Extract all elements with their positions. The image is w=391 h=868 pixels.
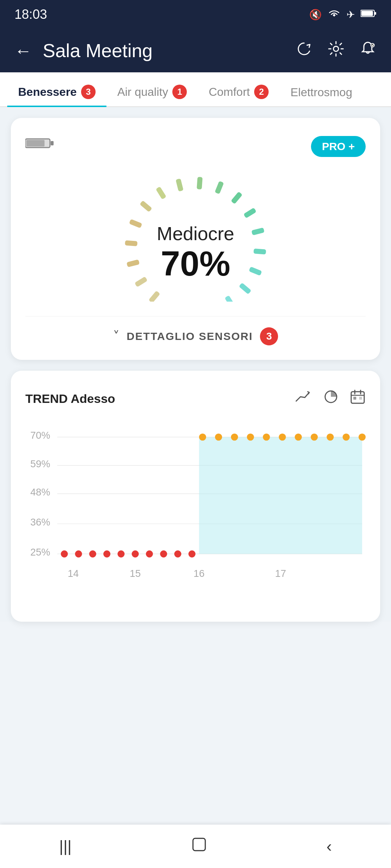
svg-rect-18 <box>231 191 243 204</box>
tab-comfort[interactable]: Comfort 2 <box>198 85 279 106</box>
svg-point-63 <box>279 434 286 441</box>
gauge-visual: Mediocre 70% <box>94 164 297 309</box>
detail-sensors-label: DETTAGLIO SENSORI <box>127 330 253 342</box>
tab-elettrosmog[interactable]: Elettrosmog <box>279 86 363 106</box>
svg-text:Mediocre: Mediocre <box>157 223 234 244</box>
svg-rect-69 <box>193 838 205 851</box>
tab-air-quality[interactable]: Air quality 1 <box>106 85 198 106</box>
refresh-button[interactable] <box>295 40 313 61</box>
pro-badge[interactable]: PRO + <box>311 136 366 157</box>
main-content: PRO + <box>0 107 391 622</box>
svg-rect-23 <box>239 282 251 294</box>
svg-point-68 <box>358 434 366 441</box>
svg-text:59%: 59% <box>30 458 50 469</box>
svg-point-52 <box>118 550 125 558</box>
svg-rect-19 <box>243 208 256 218</box>
svg-point-48 <box>61 550 68 558</box>
svg-text:48%: 48% <box>30 486 50 498</box>
tabs: Benessere 3 Air quality 1 Comfort 2 Elet… <box>0 72 391 107</box>
svg-rect-7 <box>51 141 54 145</box>
svg-text:25%: 25% <box>30 547 50 558</box>
svg-point-51 <box>103 550 110 558</box>
back-nav-button[interactable]: ‹ <box>327 837 332 855</box>
bottom-nav: ||| ‹ <box>0 825 391 868</box>
svg-point-3 <box>333 46 339 51</box>
detail-sensors[interactable]: ˅ DETTAGLIO SENSORI 3 <box>25 316 366 345</box>
tab-air-quality-badge: 1 <box>172 85 187 99</box>
svg-rect-6 <box>26 140 45 146</box>
wifi-icon <box>328 8 341 21</box>
svg-rect-2 <box>375 12 376 15</box>
gauge-card-header: PRO + <box>25 136 366 157</box>
detail-sensors-badge: 3 <box>260 327 278 345</box>
settings-button[interactable] <box>327 40 345 61</box>
gauge-card: PRO + <box>11 118 380 360</box>
svg-rect-10 <box>126 259 139 267</box>
svg-point-57 <box>188 550 196 558</box>
svg-rect-28 <box>351 392 364 403</box>
svg-rect-22 <box>249 267 262 276</box>
svg-rect-8 <box>148 290 160 302</box>
svg-point-49 <box>75 550 82 558</box>
back-button[interactable]: ← <box>14 41 32 61</box>
svg-rect-12 <box>129 219 142 228</box>
trend-prefix: TREND <box>25 392 71 405</box>
svg-point-65 <box>311 434 318 441</box>
svg-point-53 <box>132 550 139 558</box>
airplane-icon: ✈ <box>346 9 355 21</box>
svg-rect-14 <box>156 186 167 199</box>
svg-point-61 <box>247 434 254 441</box>
trend-title: TREND Adesso <box>25 392 115 406</box>
header: ← Sala Meeting <box>0 29 391 72</box>
tab-elettrosmog-label: Elettrosmog <box>290 86 352 99</box>
recent-apps-button[interactable]: ||| <box>59 837 72 855</box>
svg-text:36%: 36% <box>30 516 50 528</box>
svg-rect-16 <box>197 177 202 190</box>
notification-settings-button[interactable] <box>359 40 377 61</box>
status-icons: 🔇 ✈ <box>309 8 377 21</box>
tab-comfort-badge: 2 <box>254 85 269 99</box>
svg-point-60 <box>231 434 238 441</box>
chevron-down-icon: ˅ <box>113 329 119 344</box>
calendar-chart-icon[interactable] <box>350 389 366 408</box>
svg-rect-9 <box>134 276 147 287</box>
svg-point-54 <box>146 550 153 558</box>
pie-chart-icon[interactable] <box>323 389 339 408</box>
svg-rect-15 <box>176 178 184 191</box>
svg-rect-20 <box>251 227 264 235</box>
svg-rect-13 <box>139 200 152 212</box>
trend-suffix: Adesso <box>71 392 115 405</box>
svg-text:16: 16 <box>194 568 205 579</box>
tab-benessere-label: Benessere <box>18 85 77 99</box>
svg-rect-32 <box>353 397 356 400</box>
tab-comfort-label: Comfort <box>209 85 250 99</box>
svg-rect-17 <box>215 181 224 194</box>
svg-point-64 <box>295 434 302 441</box>
header-actions <box>295 40 377 61</box>
svg-text:70%: 70% <box>161 244 230 283</box>
svg-point-59 <box>215 434 222 441</box>
svg-point-50 <box>89 550 96 558</box>
page-title: Sala Meeting <box>43 40 285 61</box>
svg-rect-33 <box>359 397 362 400</box>
battery-status-icon <box>361 9 377 20</box>
trend-card: TREND Adesso <box>11 371 380 622</box>
svg-point-56 <box>174 550 181 558</box>
svg-rect-24 <box>224 295 235 302</box>
svg-point-67 <box>342 434 350 441</box>
svg-rect-11 <box>125 240 138 246</box>
home-button[interactable] <box>190 835 208 857</box>
status-bar: 18:03 🔇 ✈ <box>0 0 391 29</box>
svg-point-55 <box>160 550 167 558</box>
mute-icon: 🔇 <box>309 9 322 21</box>
svg-rect-21 <box>253 248 266 254</box>
tab-benessere-badge: 3 <box>81 85 96 99</box>
line-chart-icon[interactable] <box>295 389 312 408</box>
svg-text:15: 15 <box>130 568 140 579</box>
svg-point-66 <box>327 434 334 441</box>
svg-point-58 <box>199 434 206 441</box>
tab-benessere[interactable]: Benessere 3 <box>7 85 106 106</box>
chart-container: 70% 59% 48% 36% 25% 14 15 16 17 <box>25 423 366 604</box>
svg-text:17: 17 <box>275 568 286 579</box>
device-battery-icon <box>25 136 54 154</box>
